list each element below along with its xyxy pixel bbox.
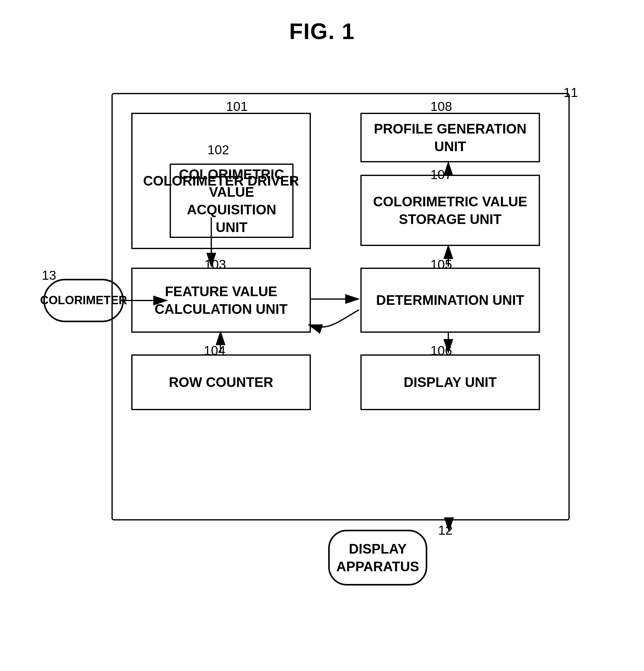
page-title: FIG. 1: [0, 0, 644, 44]
